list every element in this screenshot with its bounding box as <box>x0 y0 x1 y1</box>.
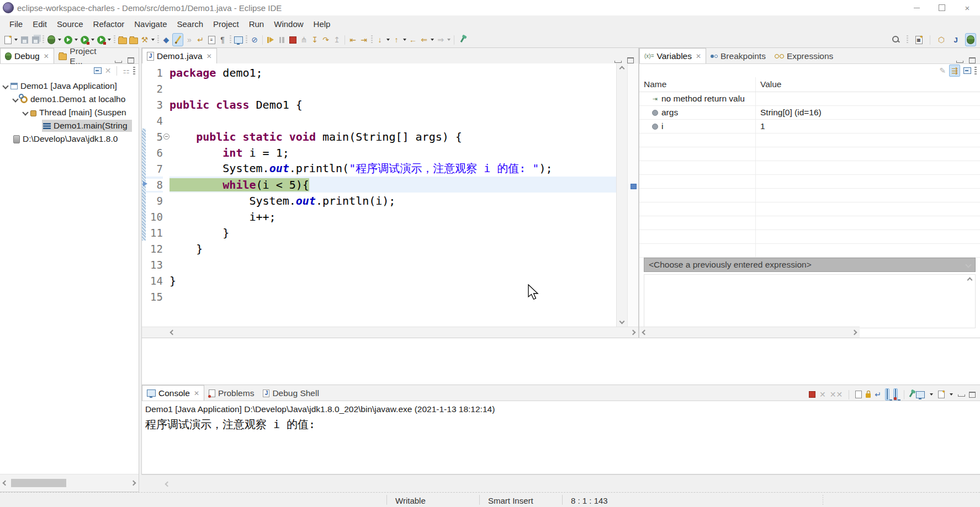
run-external-dropdown[interactable] <box>108 39 111 41</box>
save-all-button[interactable] <box>30 34 40 46</box>
code-editor[interactable]: 1package demo1; 2 3public class Demo1 { … <box>142 63 617 327</box>
menu-run[interactable]: Run <box>244 17 269 31</box>
scroll-right-icon[interactable] <box>131 481 136 486</box>
search-dropdown[interactable] <box>151 39 155 41</box>
code-line[interactable]: 4 <box>142 113 617 129</box>
minimize-view-icon[interactable] <box>115 61 122 63</box>
scroll-lock-icon[interactable] <box>866 393 871 398</box>
back-dropdown[interactable] <box>431 39 434 41</box>
open-folder-button[interactable] <box>129 34 139 46</box>
next-annotation-button[interactable]: » <box>184 34 194 46</box>
maximize-view-icon[interactable] <box>969 392 976 398</box>
scroll-down-icon[interactable] <box>619 319 625 324</box>
show-type-names-icon[interactable]: ✎ <box>940 67 946 74</box>
chevron-down-icon[interactable] <box>12 96 18 102</box>
code-line[interactable]: 5 public static void main(String[] args)… <box>142 129 617 145</box>
variables-hscrollbar[interactable] <box>639 327 860 338</box>
debug-button[interactable] <box>46 34 56 46</box>
tab-variables[interactable]: (x)= Variables ✕ <box>639 48 706 63</box>
menu-file[interactable]: File <box>4 17 28 31</box>
perspective-java-button[interactable]: J <box>951 34 961 46</box>
menu-edit[interactable]: Edit <box>28 17 52 31</box>
menu-window[interactable]: Window <box>269 17 308 31</box>
down-dropdown[interactable] <box>386 39 390 41</box>
code-line[interactable]: 15 <box>142 289 617 305</box>
pin-console-icon[interactable] <box>909 392 914 397</box>
editor-vscrollbar[interactable] <box>616 63 628 327</box>
run-external-button[interactable] <box>96 34 106 46</box>
step-over-button[interactable]: ↷ <box>321 34 331 46</box>
tree-item-thread[interactable]: Thread [main] (Suspen <box>0 106 139 119</box>
suspend-button[interactable] <box>277 34 287 46</box>
menu-project[interactable]: Project <box>208 17 244 31</box>
minimize-view-icon[interactable] <box>958 394 965 397</box>
show-whitespace-button[interactable]: ¶ <box>218 34 227 46</box>
back-button[interactable]: ⇐ <box>419 34 429 46</box>
show-stdout-toggle[interactable] <box>885 388 889 401</box>
remove-terminated-icon[interactable]: ✕ <box>105 67 112 74</box>
tree-item-process[interactable]: demo1.Demo1 at localho <box>0 93 139 106</box>
show-stderr-toggle[interactable] <box>893 388 898 401</box>
table-row-args[interactable]: args String[0] (id=16) <box>639 106 980 120</box>
console-output[interactable]: 程序调试演示，注意观察 i 的值: <box>142 415 980 432</box>
maximize-view-icon[interactable] <box>969 57 976 63</box>
menu-source[interactable]: Source <box>52 17 88 31</box>
use-step-filters-button[interactable]: ⇥ <box>359 34 369 46</box>
forward-dropdown[interactable] <box>447 39 451 41</box>
scroll-up-icon[interactable] <box>967 277 973 283</box>
run-dropdown[interactable] <box>75 39 78 41</box>
scroll-right-icon[interactable] <box>852 330 857 335</box>
coverage-button[interactable] <box>80 34 89 46</box>
minimize-view-icon[interactable] <box>615 61 622 63</box>
scroll-left-icon[interactable] <box>642 330 648 335</box>
fold-collapse-icon[interactable] <box>163 134 169 140</box>
close-icon[interactable]: ✕ <box>44 52 49 60</box>
tab-project-explorer[interactable]: Project E... <box>54 49 115 63</box>
forward-button[interactable]: ⇒ <box>436 34 446 46</box>
last-edit-location-button[interactable]: ← <box>408 34 418 46</box>
word-wrap-icon[interactable]: ↵ <box>875 391 881 398</box>
new-java-project-button[interactable] <box>118 34 128 46</box>
search-button[interactable] <box>891 34 901 46</box>
menu-help[interactable]: Help <box>309 17 336 31</box>
close-icon[interactable]: ✕ <box>206 52 212 60</box>
collapse-all-icon[interactable] <box>94 67 102 74</box>
open-console-icon[interactable]: ✦ <box>938 391 945 398</box>
code-line[interactable]: 13 <box>142 257 617 273</box>
search-flashlight-button[interactable]: ⚒ <box>140 34 150 46</box>
console-view-button[interactable] <box>234 34 243 46</box>
display-console-icon[interactable] <box>916 391 925 398</box>
coverage-dropdown[interactable] <box>91 39 94 41</box>
column-name[interactable]: Name <box>639 77 756 92</box>
show-source-button[interactable]: ≡ <box>206 34 216 46</box>
debug-view-hscrollbar[interactable] <box>0 474 139 492</box>
last-edit-button[interactable]: ↵ <box>195 34 205 46</box>
menu-navigate[interactable]: Navigate <box>129 17 172 31</box>
open-perspective-button[interactable]: ▦✦ <box>914 34 924 46</box>
maximize-button[interactable] <box>929 0 955 15</box>
run-button[interactable] <box>63 34 73 46</box>
drop-to-frame-button[interactable]: ⇤ <box>348 34 358 46</box>
scroll-up-icon[interactable] <box>619 66 625 72</box>
tree-item-launch[interactable]: Demo1 [Java Application] <box>0 79 139 93</box>
close-icon[interactable]: ✕ <box>696 52 701 60</box>
table-row-i[interactable]: i 1 <box>639 120 980 134</box>
close-icon[interactable]: ✕ <box>194 389 199 397</box>
console-hscrollbar[interactable] <box>141 474 980 493</box>
remove-all-launches-icon[interactable]: ✕✕ <box>830 391 843 398</box>
scroll-right-icon[interactable] <box>631 330 636 335</box>
variable-detail-pane[interactable] <box>644 274 976 328</box>
view-menu-icon[interactable] <box>974 67 977 74</box>
scroll-left-icon[interactable] <box>170 330 176 335</box>
pin-editor-button[interactable] <box>457 34 467 46</box>
clear-console-icon[interactable] <box>855 391 862 398</box>
view-filters-icon[interactable]: ⚏ <box>123 67 130 74</box>
code-line[interactable]: 3public class Demo1 { <box>142 97 617 113</box>
code-line[interactable]: 10 i++; <box>142 209 617 225</box>
minimize-view-icon[interactable] <box>956 61 963 63</box>
tab-problems[interactable]: Problems <box>204 386 258 401</box>
scrollbar-thumb[interactable] <box>11 479 66 487</box>
debug-dropdown[interactable] <box>58 39 61 41</box>
open-type-button[interactable]: ◆ <box>161 34 171 46</box>
up-dropdown[interactable] <box>403 39 406 41</box>
